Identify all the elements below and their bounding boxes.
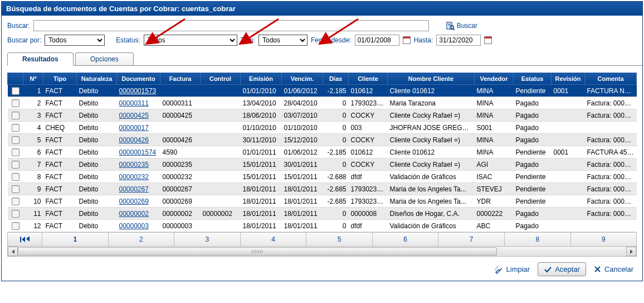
- cell-naturaleza: Debito: [77, 220, 117, 232]
- search-input[interactable]: [33, 20, 429, 31]
- clear-button[interactable]: Limpiar: [491, 263, 534, 276]
- row-checkbox[interactable]: [12, 87, 19, 95]
- pager-page[interactable]: 6: [373, 233, 439, 246]
- horizontal-scrollbar[interactable]: [7, 247, 637, 257]
- documento-link[interactable]: 0000001574: [119, 148, 157, 156]
- pager-page[interactable]: 1: [42, 233, 109, 246]
- col-vencim[interactable]: Vencim.: [282, 73, 323, 85]
- tab-options[interactable]: Opciones: [75, 52, 134, 65]
- cell-vendedor: STEVEJ: [475, 183, 514, 195]
- documento-link[interactable]: 00000426: [119, 136, 149, 144]
- cell-dias: 0: [323, 158, 349, 171]
- table-row[interactable]: 7FACTDebito000002350000023515/01/201130/…: [8, 158, 637, 171]
- table-row[interactable]: 6FACTDebito0000001574459001/01/201101/06…: [8, 146, 637, 158]
- table-row[interactable]: 12FACTDebito000000030000000318/01/201118…: [8, 220, 637, 232]
- cell-vendedor: MINA: [475, 146, 514, 158]
- table-row[interactable]: 2FACTDebito000003110000031113/04/201028/…: [8, 97, 637, 109]
- pager-first-prev[interactable]: [8, 233, 42, 246]
- row-checkbox[interactable]: [12, 112, 19, 119]
- pager-page[interactable]: 4: [241, 233, 307, 246]
- documento-link[interactable]: 00000003: [119, 222, 149, 230]
- cell-control: [201, 195, 241, 208]
- documento-link[interactable]: 00000425: [119, 112, 149, 119]
- col-naturaleza[interactable]: Naturaleza: [77, 73, 117, 85]
- accept-button[interactable]: Aceptar: [538, 262, 586, 276]
- row-checkbox[interactable]: [12, 185, 19, 193]
- pager-page[interactable]: 7: [438, 233, 505, 246]
- date-from-input[interactable]: [355, 35, 399, 46]
- col-n[interactable]: Nº: [23, 73, 43, 85]
- type-select[interactable]: Todos: [258, 35, 308, 46]
- tab-results[interactable]: Resultados: [7, 52, 74, 66]
- table-row[interactable]: 5FACTDebito000004260000042630/11/201015/…: [8, 134, 637, 146]
- cell-revision: [552, 134, 585, 146]
- cell-dias: -2.185: [323, 146, 349, 158]
- row-checkbox[interactable]: [12, 136, 19, 144]
- col-dias[interactable]: Días: [323, 73, 349, 85]
- col-control[interactable]: Control: [201, 73, 241, 85]
- cell-documento: 00000267: [117, 183, 160, 195]
- clear-label: Limpiar: [506, 265, 530, 273]
- row-checkbox[interactable]: [12, 148, 19, 156]
- col-nombre-cliente[interactable]: Nombre Cliente: [388, 73, 475, 85]
- col-emision[interactable]: Emisión: [241, 73, 282, 85]
- documento-link[interactable]: 00000267: [119, 185, 149, 193]
- cell-cliente: dfdf: [349, 220, 388, 232]
- row-checkbox[interactable]: [12, 173, 19, 181]
- col-comentario[interactable]: Comenta: [585, 73, 637, 85]
- cell-n: 12: [23, 220, 43, 232]
- row-checkbox[interactable]: [12, 161, 19, 169]
- pager-page[interactable]: 9: [571, 233, 637, 246]
- pager-page[interactable]: 5: [306, 233, 373, 246]
- calendar-to-icon[interactable]: [484, 36, 492, 44]
- pager-page[interactable]: 8: [505, 233, 571, 246]
- pager-page[interactable]: 3: [174, 233, 241, 246]
- scroll-right-arrow[interactable]: [626, 247, 636, 256]
- cell-factura: 00000232: [160, 171, 201, 183]
- cell-nombre-cliente: Diseños de Hogar, C.A.: [388, 208, 475, 220]
- search-by-select[interactable]: Todos: [45, 35, 105, 46]
- table-row[interactable]: 9FACTDebito000002670000026718/01/201118/…: [8, 183, 637, 195]
- row-checkbox[interactable]: [12, 198, 19, 205]
- cell-tipo: FACT: [43, 109, 77, 122]
- col-tipo[interactable]: Tipo: [43, 73, 77, 85]
- documento-link[interactable]: 00000311: [119, 99, 149, 107]
- cancel-button[interactable]: Cancelar: [591, 263, 637, 276]
- documento-link[interactable]: 00000232: [119, 173, 149, 181]
- date-to-input[interactable]: [436, 35, 481, 46]
- status-select[interactable]: Todos: [144, 35, 237, 46]
- table-row[interactable]: 11FACTDebito00000002000000020000000218/0…: [8, 208, 637, 220]
- documento-link[interactable]: 00000017: [119, 124, 149, 132]
- cell-control: [201, 134, 241, 146]
- table-row[interactable]: 1FACTDebito000000157301/01/201001/06/201…: [8, 85, 637, 97]
- cell-control: [201, 122, 241, 134]
- cell-emision: 01/01/2010: [241, 85, 282, 97]
- table-row[interactable]: 8FACTDebito000002320000023215/01/201115/…: [8, 171, 637, 183]
- scroll-thumb[interactable]: [18, 247, 497, 256]
- table-row[interactable]: 3FACTDebito000004250000042518/06/201003/…: [8, 109, 637, 122]
- documento-link[interactable]: 0000001573: [119, 87, 157, 95]
- row-checkbox[interactable]: [12, 210, 19, 218]
- search-button[interactable]: Buscar: [446, 21, 477, 30]
- col-estatus[interactable]: Estatus: [514, 73, 552, 85]
- col-revision[interactable]: Revisión: [552, 73, 585, 85]
- calendar-from-icon[interactable]: [403, 36, 411, 44]
- table-row[interactable]: 4CHEQDebito0000001701/10/201001/10/20100…: [8, 122, 637, 134]
- scroll-left-arrow[interactable]: [8, 247, 18, 256]
- pager-page[interactable]: 2: [109, 233, 175, 246]
- row-checkbox[interactable]: [12, 222, 19, 230]
- col-vendedor[interactable]: Vendedor: [475, 73, 514, 85]
- table-row[interactable]: 10FACTDebito000002690000026918/01/201118…: [8, 195, 637, 208]
- row-checkbox[interactable]: [12, 124, 19, 132]
- cell-factura: 00000267: [160, 183, 201, 195]
- cell-nombre-cliente: Cliente 010612: [388, 85, 475, 97]
- documento-link[interactable]: 00000235: [119, 161, 149, 169]
- documento-link[interactable]: 00000002: [119, 210, 149, 218]
- col-documento[interactable]: Documento: [117, 73, 160, 85]
- row-checkbox[interactable]: [12, 99, 19, 107]
- results-table: Nº Tipo Naturaleza Documento Factura Con…: [7, 73, 637, 232]
- cell-comentario: Factura: 0000042: [585, 109, 637, 122]
- col-cliente[interactable]: Cliente: [349, 73, 388, 85]
- col-factura[interactable]: Factura: [160, 73, 201, 85]
- documento-link[interactable]: 00000269: [119, 198, 149, 205]
